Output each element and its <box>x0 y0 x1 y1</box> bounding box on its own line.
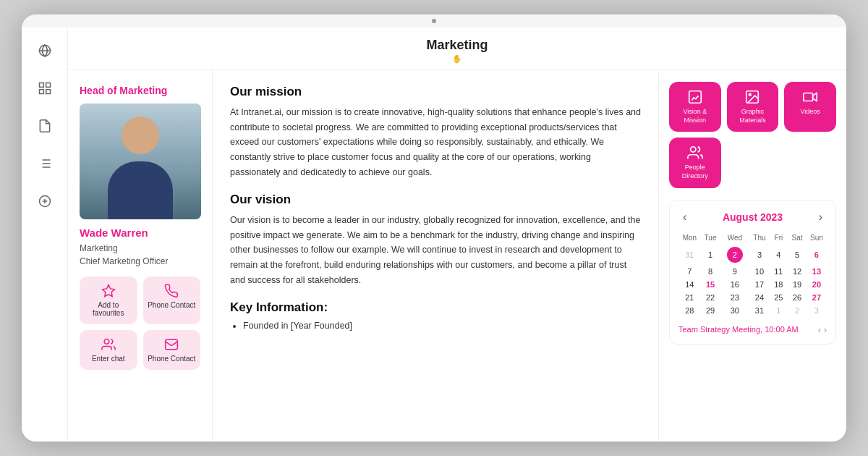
calendar-day[interactable]: 27 <box>807 291 827 304</box>
calendar-day[interactable]: 3 <box>749 245 769 265</box>
calendar-next-button[interactable]: › <box>814 209 827 225</box>
sidebar-icon-grid[interactable] <box>33 77 56 100</box>
calendar-day[interactable]: 21 <box>678 291 701 304</box>
chat-icon <box>101 337 116 352</box>
calendar-day[interactable]: 8 <box>701 265 720 278</box>
calendar-day[interactable]: 31 <box>749 304 769 317</box>
calendar-day[interactable]: 30 <box>720 304 749 317</box>
app-container: Marketing ✋ Head of Marketing Wade Warre… <box>22 28 846 442</box>
sidebar-icon-list[interactable] <box>33 152 56 175</box>
enter-chat-button[interactable]: Enter chat <box>80 330 137 370</box>
calendar-day[interactable]: 11 <box>770 265 788 278</box>
svg-point-19 <box>749 93 752 96</box>
phone-icon <box>164 284 179 298</box>
calendar-day[interactable]: 13 <box>807 265 827 278</box>
cal-header-sun: Sun <box>807 232 827 245</box>
video-icon <box>802 89 818 105</box>
calendar-month-label: August 2023 <box>723 211 783 223</box>
graphic-materials-label: GraphicMaterials <box>739 108 766 124</box>
calendar-day[interactable]: 1 <box>770 304 788 317</box>
calendar-day[interactable]: 2 <box>788 304 807 317</box>
calendar-day[interactable]: 3 <box>807 304 827 317</box>
person-photo <box>80 104 201 219</box>
calendar-day[interactable]: 22 <box>701 291 720 304</box>
add-to-favourites-button[interactable]: Add to favourites <box>80 276 137 324</box>
calendar-day[interactable]: 10 <box>749 265 769 278</box>
calendar-day[interactable]: 5 <box>788 245 807 265</box>
page-body: Head of Marketing Wade Warren Marketing … <box>68 70 846 442</box>
cal-header-tue: Tue <box>701 232 720 245</box>
svg-rect-16 <box>166 339 178 349</box>
calendar-day[interactable]: 14 <box>678 278 701 291</box>
svg-marker-14 <box>102 285 114 297</box>
calendar-day[interactable]: 2 <box>720 245 749 265</box>
event-nav[interactable]: ‹ › <box>818 324 827 335</box>
calendar-grid: Mon Tue Wed Thu Fri Sat Sun 311 <box>678 232 827 317</box>
calendar-day[interactable]: 23 <box>720 291 749 304</box>
event-label: Team Strategy Meeting, 10:00 AM <box>678 325 799 334</box>
svg-rect-17 <box>689 91 702 104</box>
svg-rect-4 <box>46 90 50 94</box>
vision-title: Our vision <box>230 193 641 207</box>
mission-title: Our mission <box>230 85 641 99</box>
calendar-day[interactable]: 7 <box>678 265 701 278</box>
mail-icon <box>164 337 179 352</box>
calendar-day[interactable]: 15 <box>701 278 720 291</box>
svg-rect-3 <box>39 90 43 94</box>
phone-contact-button-1[interactable]: Phone Contact <box>143 276 201 324</box>
key-info-title: Key Information: <box>230 300 641 315</box>
sidebar-icon-globe[interactable] <box>33 39 56 62</box>
person-photo-inner <box>80 104 201 219</box>
main-content: Marketing ✋ Head of Marketing Wade Warre… <box>68 28 846 442</box>
phone-contact-button-2[interactable]: Phone Contact <box>143 330 201 370</box>
cal-header-mon: Mon <box>678 232 701 245</box>
chart-icon <box>687 89 703 105</box>
svg-rect-2 <box>46 83 50 88</box>
calendar-day[interactable]: 4 <box>770 245 788 265</box>
vision-text: Our vision is to become a leader in our … <box>230 213 641 287</box>
people-directory-label: PeopleDirectory <box>682 164 708 180</box>
quick-links-row2: PeopleDirectory <box>669 138 836 187</box>
calendar-day[interactable]: 9 <box>720 265 749 278</box>
people-icon <box>687 145 703 161</box>
cal-header-wed: Wed <box>720 232 749 245</box>
calendar-day[interactable]: 17 <box>749 278 769 291</box>
calendar-day[interactable]: 18 <box>770 278 788 291</box>
graphic-materials-button[interactable]: GraphicMaterials <box>727 82 779 132</box>
svg-point-15 <box>104 339 109 345</box>
calendar-day[interactable]: 24 <box>749 291 769 304</box>
calendar: ‹ August 2023 › Mon Tue Wed Thu <box>669 200 836 345</box>
quick-links-row1: Vision &Mission GraphicMaterials Videos <box>669 82 836 132</box>
calendar-day[interactable]: 31 <box>678 245 701 265</box>
calendar-day[interactable]: 12 <box>788 265 807 278</box>
cal-header-fri: Fri <box>770 232 788 245</box>
calendar-day[interactable]: 25 <box>770 291 788 304</box>
calendar-event: Team Strategy Meeting, 10:00 AM ‹ › <box>678 324 827 335</box>
calendar-day[interactable]: 19 <box>788 278 807 291</box>
calendar-day[interactable]: 28 <box>678 304 701 317</box>
calendar-day[interactable]: 16 <box>720 278 749 291</box>
sidebar-icon-file[interactable] <box>33 114 56 138</box>
calendar-day[interactable]: 6 <box>807 245 827 265</box>
sidebar <box>22 28 68 442</box>
person-head <box>122 117 159 154</box>
device-frame: Marketing ✋ Head of Marketing Wade Warre… <box>22 14 846 442</box>
page-title: Marketing ✋ <box>68 28 846 70</box>
people-directory-button[interactable]: PeopleDirectory <box>669 138 721 187</box>
person-body <box>108 161 173 219</box>
videos-button[interactable]: Videos <box>784 82 836 132</box>
action-buttons-row1: Add to favourites Phone Contact <box>80 276 200 324</box>
vision-mission-button[interactable]: Vision &Mission <box>669 82 721 132</box>
calendar-day[interactable]: 20 <box>807 278 827 291</box>
calendar-day[interactable]: 1 <box>701 245 720 265</box>
calendar-day[interactable]: 29 <box>701 304 720 317</box>
calendar-day[interactable]: 26 <box>788 291 807 304</box>
calendar-prev-button[interactable]: ‹ <box>678 209 691 225</box>
videos-label: Videos <box>800 108 820 117</box>
calendar-header: ‹ August 2023 › <box>678 209 827 225</box>
svg-rect-20 <box>804 93 813 101</box>
sidebar-icon-add[interactable] <box>33 190 56 213</box>
star-icon <box>101 284 116 298</box>
left-panel: Head of Marketing Wade Warren Marketing … <box>68 70 213 442</box>
camera-dot <box>432 19 436 23</box>
